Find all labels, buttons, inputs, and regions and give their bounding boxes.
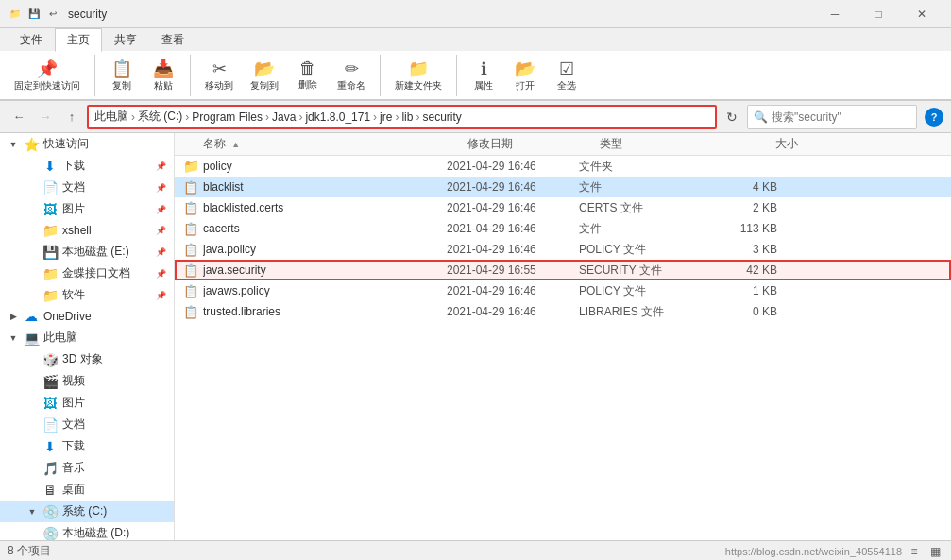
sidebar-item-music[interactable]: 🎵 音乐 [0, 457, 174, 479]
pin-btn[interactable]: 📌 固定到快速访问 [8, 56, 87, 95]
address-bar[interactable]: 此电脑 › 系统 (C:) › Program Files › Java › j… [87, 105, 717, 129]
detail-view-button[interactable]: ▦ [926, 543, 943, 560]
sidebar-label: 下载 [62, 438, 85, 454]
file-name: blacklist [203, 180, 447, 194]
ribbon-tabs: 文件 主页 共享 查看 [0, 28, 951, 51]
maximize-button[interactable]: □ [857, 0, 900, 28]
file-row[interactable]: 📋 trusted.libraries 2021-04-29 16:46 LIB… [175, 301, 951, 322]
pin-icon: 📌 [156, 226, 166, 235]
sidebar-label: 本地磁盘 (D:) [62, 525, 129, 540]
address-crumb-3: Java [272, 110, 296, 124]
sidebar-item-locale[interactable]: 💾 本地磁盘 (E:) 📌 [0, 241, 174, 263]
download-icon: ⬇ [42, 159, 59, 174]
file-row-javasecurity[interactable]: 📋 java.security 2021-04-29 16:55 SECURIT… [175, 260, 951, 280]
file-date: 2021-04-29 16:55 [447, 263, 579, 277]
file-size: 2 KB [702, 201, 777, 214]
sidebar-label: 文档 [62, 416, 85, 433]
move-btn[interactable]: ✂ 移动到 [198, 56, 240, 95]
sidebar-item-picture2[interactable]: 🖼 图片 [0, 392, 174, 414]
title-bar: 📁 💾 ↩ security ─ □ ✕ [0, 0, 951, 28]
locald-icon: 💿 [42, 526, 59, 541]
title-bar-icons: 📁 💾 ↩ [8, 7, 60, 22]
delete-btn[interactable]: 🗑 删除 [289, 56, 327, 94]
video-icon: 🎬 [42, 374, 59, 389]
sidebar-item-video[interactable]: 🎬 视频 [0, 370, 174, 392]
file-row[interactable]: 📋 blacklist 2021-04-29 16:46 文件 4 KB [175, 177, 951, 197]
help-button[interactable]: ? [925, 108, 943, 127]
col-name[interactable]: 名称 ▲ [203, 136, 467, 152]
tab-home[interactable]: 主页 [55, 28, 102, 52]
forward-button[interactable]: → [34, 106, 57, 128]
address-crumb-7: security [422, 110, 461, 124]
new-folder-btn[interactable]: 📁 新建文件夹 [388, 56, 449, 95]
col-date[interactable]: 修改日期 [467, 136, 600, 152]
file-name: java.security [203, 263, 447, 277]
copy-to-btn[interactable]: 📂 复制到 [244, 56, 285, 95]
file-type: POLICY 文件 [579, 283, 702, 299]
expand-icon: ▼ [8, 140, 19, 149]
folder-icon: 📁 [42, 266, 59, 281]
sidebar-label: xshell [62, 224, 92, 237]
sidebar-item-download[interactable]: ⬇ 下载 📌 [0, 155, 174, 177]
sidebar-item-3dobjects[interactable]: 🎲 3D 对象 [0, 348, 174, 370]
sidebar-item-quickaccess[interactable]: ▼ ⭐ 快速访问 [0, 133, 174, 155]
sidebar-item-systemc[interactable]: ▼ 💿 系统 (C:) [0, 501, 174, 522]
file-date: 2021-04-29 16:46 [447, 243, 579, 256]
up-button[interactable]: ↑ [60, 106, 83, 128]
file-row[interactable]: 📋 cacerts 2021-04-29 16:46 文件 113 KB [175, 218, 951, 239]
sidebar-item-jindie[interactable]: 📁 金蝶接口文档 📌 [0, 263, 174, 284]
file-type: 文件 [579, 221, 702, 237]
title-bar-controls: ─ □ ✕ [813, 0, 943, 28]
ribbon-divider-2 [190, 55, 191, 96]
tab-file[interactable]: 文件 [8, 28, 55, 51]
file-row[interactable]: 📋 blacklisted.certs 2021-04-29 16:46 CER… [175, 197, 951, 218]
sidebar-item-document2[interactable]: 📄 文档 [0, 414, 174, 435]
refresh-button[interactable]: ↻ [721, 106, 743, 128]
col-type[interactable]: 类型 [600, 136, 722, 152]
file-row[interactable]: 📋 javaws.policy 2021-04-29 16:46 POLICY … [175, 280, 951, 301]
sidebar-label: 此电脑 [43, 330, 77, 346]
expand-icon: ▶ [8, 312, 19, 321]
sidebar-item-locald[interactable]: 💿 本地磁盘 (D:) [0, 522, 174, 540]
paste-btn[interactable]: 📥 粘贴 [144, 56, 182, 95]
search-input[interactable] [772, 110, 910, 124]
title-text: security [68, 8, 107, 21]
file-icon: 📋 [182, 303, 199, 320]
search-bar[interactable]: 🔍 [747, 105, 917, 129]
minimize-button[interactable]: ─ [813, 0, 857, 28]
file-row[interactable]: 📋 java.policy 2021-04-29 16:46 POLICY 文件… [175, 239, 951, 260]
sidebar-item-xshell[interactable]: 📁 xshell 📌 [0, 220, 174, 241]
status-bar: 8 个项目 https://blog.csdn.net/weixin_40554… [0, 540, 951, 560]
drive-icon: 💾 [42, 245, 59, 260]
open-btn[interactable]: 📂 打开 [506, 56, 544, 95]
ribbon-content: 📌 固定到快速访问 📋 复制 📥 粘贴 ✂ 移动到 📂 复制到 🗑 删除 ✏ 重… [0, 51, 951, 100]
properties-btn[interactable]: ℹ 属性 [465, 56, 502, 95]
pin-icon: 📌 [156, 205, 166, 214]
close-button[interactable]: ✕ [900, 0, 943, 28]
sidebar-item-software[interactable]: 📁 软件 📌 [0, 284, 174, 306]
copy-btn[interactable]: 📋 复制 [103, 56, 141, 95]
file-type: LIBRARIES 文件 [579, 304, 702, 320]
sidebar-item-onedrive[interactable]: ▶ ☁ OneDrive [0, 306, 174, 327]
pin-icon: 📌 [156, 269, 166, 279]
sidebar-item-picture[interactable]: 🖼 图片 📌 [0, 198, 174, 220]
tab-view[interactable]: 查看 [149, 28, 196, 51]
rename-btn[interactable]: ✏ 重命名 [331, 56, 372, 95]
sidebar-item-thispc[interactable]: ▼ 💻 此电脑 [0, 327, 174, 348]
sidebar-item-document[interactable]: 📄 文档 📌 [0, 177, 174, 198]
list-view-button[interactable]: ≡ [906, 543, 923, 560]
sidebar-item-desktop[interactable]: 🖥 桌面 [0, 479, 174, 501]
file-name: java.policy [203, 243, 447, 256]
file-name: policy [203, 160, 447, 173]
col-size[interactable]: 大小 [722, 136, 798, 152]
quick-access-1: 💾 [26, 7, 42, 22]
tab-share[interactable]: 共享 [102, 28, 149, 51]
sidebar-item-download2[interactable]: ⬇ 下载 [0, 435, 174, 457]
back-button[interactable]: ← [8, 106, 30, 128]
file-size: 3 KB [702, 243, 777, 256]
file-icon: 📋 [182, 282, 199, 299]
select-btn[interactable]: ☑ 全选 [548, 56, 586, 95]
file-row[interactable]: 📁 policy 2021-04-29 16:46 文件夹 [175, 156, 951, 177]
sidebar-label: 3D 对象 [62, 351, 103, 367]
document2-icon: 📄 [42, 417, 59, 433]
